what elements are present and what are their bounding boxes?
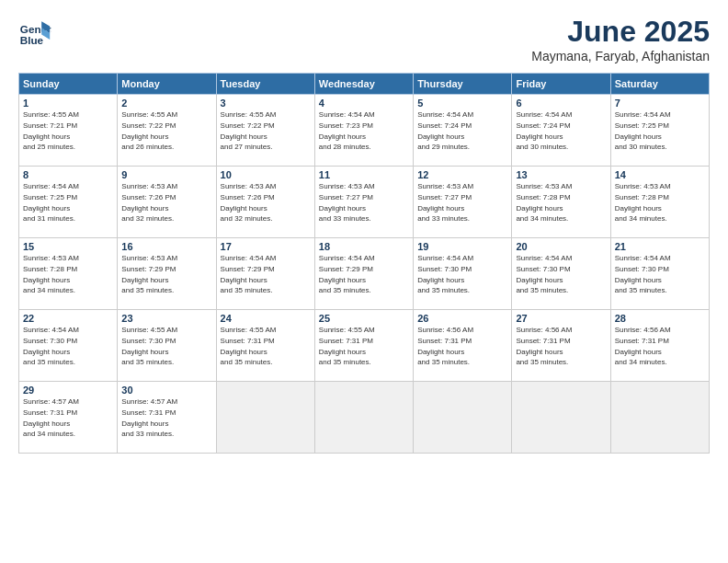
cell-details: Sunrise: 4:54 AMSunset: 7:24 PMDaylight …	[417, 110, 473, 151]
calendar-cell: 9 Sunrise: 4:53 AMSunset: 7:26 PMDayligh…	[118, 167, 216, 238]
calendar-week-row: 8 Sunrise: 4:54 AMSunset: 7:25 PMDayligh…	[19, 167, 710, 238]
calendar-cell: 22 Sunrise: 4:54 AMSunset: 7:30 PMDaylig…	[19, 310, 118, 382]
day-number: 22	[23, 313, 113, 324]
title-block: June 2025 Maymana, Faryab, Afghanistan	[531, 15, 710, 63]
calendar-cell	[216, 382, 314, 454]
calendar-cell: 11 Sunrise: 4:53 AMSunset: 7:27 PMDaylig…	[314, 167, 413, 238]
calendar-cell: 20 Sunrise: 4:54 AMSunset: 7:30 PMDaylig…	[512, 238, 610, 310]
cell-details: Sunrise: 4:56 AMSunset: 7:31 PMDaylight …	[417, 326, 473, 366]
cell-details: Sunrise: 4:53 AMSunset: 7:28 PMDaylight …	[516, 182, 572, 223]
calendar-cell: 27 Sunrise: 4:56 AMSunset: 7:31 PMDaylig…	[512, 310, 610, 382]
cell-details: Sunrise: 4:56 AMSunset: 7:31 PMDaylight …	[615, 326, 671, 366]
calendar-week-row: 22 Sunrise: 4:54 AMSunset: 7:30 PMDaylig…	[19, 310, 710, 382]
svg-text:Blue: Blue	[20, 34, 44, 46]
day-number: 24	[221, 313, 311, 324]
day-number: 6	[516, 98, 606, 109]
cell-details: Sunrise: 4:55 AMSunset: 7:31 PMDaylight …	[319, 326, 375, 366]
cell-details: Sunrise: 4:54 AMSunset: 7:25 PMDaylight …	[23, 182, 79, 223]
day-number: 15	[23, 241, 113, 252]
day-number: 10	[221, 169, 311, 180]
calendar-cell: 25 Sunrise: 4:55 AMSunset: 7:31 PMDaylig…	[314, 310, 413, 382]
calendar-cell	[314, 382, 413, 454]
calendar-cell: 28 Sunrise: 4:56 AMSunset: 7:31 PMDaylig…	[610, 310, 709, 382]
cell-details: Sunrise: 4:54 AMSunset: 7:25 PMDaylight …	[615, 110, 671, 151]
day-number: 27	[516, 313, 606, 324]
logo: General Blue	[18, 15, 55, 48]
day-number: 3	[221, 98, 311, 109]
calendar-cell: 13 Sunrise: 4:53 AMSunset: 7:28 PMDaylig…	[512, 167, 610, 238]
calendar-week-row: 1 Sunrise: 4:55 AMSunset: 7:21 PMDayligh…	[19, 95, 710, 167]
calendar-cell: 8 Sunrise: 4:54 AMSunset: 7:25 PMDayligh…	[19, 167, 118, 238]
cell-details: Sunrise: 4:55 AMSunset: 7:30 PMDaylight …	[121, 326, 177, 366]
calendar-cell	[610, 382, 709, 454]
calendar-cell: 17 Sunrise: 4:54 AMSunset: 7:29 PMDaylig…	[216, 238, 314, 310]
day-number: 19	[417, 241, 507, 252]
cell-details: Sunrise: 4:53 AMSunset: 7:27 PMDaylight …	[417, 182, 473, 223]
calendar-cell: 23 Sunrise: 4:55 AMSunset: 7:30 PMDaylig…	[118, 310, 216, 382]
calendar-cell: 24 Sunrise: 4:55 AMSunset: 7:31 PMDaylig…	[216, 310, 314, 382]
col-wednesday: Wednesday	[314, 74, 413, 95]
day-number: 5	[417, 98, 507, 109]
col-saturday: Saturday	[610, 74, 709, 95]
day-number: 21	[615, 241, 705, 252]
calendar-cell: 6 Sunrise: 4:54 AMSunset: 7:24 PMDayligh…	[512, 95, 610, 167]
day-number: 16	[121, 241, 211, 252]
calendar-table: Sunday Monday Tuesday Wednesday Thursday…	[18, 73, 710, 454]
calendar-cell: 29 Sunrise: 4:57 AMSunset: 7:31 PMDaylig…	[19, 382, 118, 454]
day-number: 26	[417, 313, 507, 324]
cell-details: Sunrise: 4:54 AMSunset: 7:30 PMDaylight …	[417, 254, 473, 294]
calendar-cell: 5 Sunrise: 4:54 AMSunset: 7:24 PMDayligh…	[414, 95, 512, 167]
location: Maymana, Faryab, Afghanistan	[531, 49, 710, 63]
calendar-cell: 7 Sunrise: 4:54 AMSunset: 7:25 PMDayligh…	[610, 95, 709, 167]
calendar-cell	[512, 382, 610, 454]
calendar-cell: 30 Sunrise: 4:57 AMSunset: 7:31 PMDaylig…	[118, 382, 216, 454]
cell-details: Sunrise: 4:53 AMSunset: 7:29 PMDaylight …	[121, 254, 177, 294]
calendar-cell: 4 Sunrise: 4:54 AMSunset: 7:23 PMDayligh…	[314, 95, 413, 167]
cell-details: Sunrise: 4:57 AMSunset: 7:31 PMDaylight …	[121, 397, 177, 438]
day-number: 9	[121, 169, 211, 180]
day-number: 20	[516, 241, 606, 252]
day-number: 2	[121, 98, 211, 109]
page: General Blue June 2025 Maymana, Faryab, …	[0, 0, 728, 563]
day-number: 18	[319, 241, 409, 252]
header: General Blue June 2025 Maymana, Faryab, …	[18, 15, 710, 63]
col-tuesday: Tuesday	[216, 74, 314, 95]
cell-details: Sunrise: 4:53 AMSunset: 7:26 PMDaylight …	[221, 182, 277, 223]
col-monday: Monday	[118, 74, 216, 95]
cell-details: Sunrise: 4:53 AMSunset: 7:28 PMDaylight …	[615, 182, 671, 223]
cell-details: Sunrise: 4:57 AMSunset: 7:31 PMDaylight …	[23, 397, 79, 438]
calendar-cell	[414, 382, 512, 454]
col-friday: Friday	[512, 74, 610, 95]
cell-details: Sunrise: 4:53 AMSunset: 7:27 PMDaylight …	[319, 182, 375, 223]
calendar-cell: 15 Sunrise: 4:53 AMSunset: 7:28 PMDaylig…	[19, 238, 118, 310]
calendar-cell: 1 Sunrise: 4:55 AMSunset: 7:21 PMDayligh…	[19, 95, 118, 167]
cell-details: Sunrise: 4:56 AMSunset: 7:31 PMDaylight …	[516, 326, 572, 366]
cell-details: Sunrise: 4:54 AMSunset: 7:24 PMDaylight …	[516, 110, 572, 151]
cell-details: Sunrise: 4:54 AMSunset: 7:23 PMDaylight …	[319, 110, 375, 151]
cell-details: Sunrise: 4:54 AMSunset: 7:30 PMDaylight …	[615, 254, 671, 294]
calendar-header-row: Sunday Monday Tuesday Wednesday Thursday…	[19, 74, 710, 95]
day-number: 17	[221, 241, 311, 252]
day-number: 13	[516, 169, 606, 180]
cell-details: Sunrise: 4:53 AMSunset: 7:26 PMDaylight …	[121, 182, 177, 223]
cell-details: Sunrise: 4:54 AMSunset: 7:29 PMDaylight …	[221, 254, 277, 294]
month-title: June 2025	[531, 15, 710, 49]
day-number: 12	[417, 169, 507, 180]
calendar-week-row: 15 Sunrise: 4:53 AMSunset: 7:28 PMDaylig…	[19, 238, 710, 310]
cell-details: Sunrise: 4:55 AMSunset: 7:22 PMDaylight …	[121, 110, 177, 151]
day-number: 7	[615, 98, 705, 109]
cell-details: Sunrise: 4:54 AMSunset: 7:30 PMDaylight …	[516, 254, 572, 294]
calendar-cell: 16 Sunrise: 4:53 AMSunset: 7:29 PMDaylig…	[118, 238, 216, 310]
day-number: 23	[121, 313, 211, 324]
calendar-cell: 18 Sunrise: 4:54 AMSunset: 7:29 PMDaylig…	[314, 238, 413, 310]
cell-details: Sunrise: 4:55 AMSunset: 7:21 PMDaylight …	[23, 110, 79, 151]
cell-details: Sunrise: 4:55 AMSunset: 7:31 PMDaylight …	[221, 326, 277, 366]
cell-details: Sunrise: 4:54 AMSunset: 7:29 PMDaylight …	[319, 254, 375, 294]
day-number: 11	[319, 169, 409, 180]
calendar-week-row: 29 Sunrise: 4:57 AMSunset: 7:31 PMDaylig…	[19, 382, 710, 454]
day-number: 4	[319, 98, 409, 109]
day-number: 1	[23, 98, 113, 109]
day-number: 30	[121, 385, 211, 396]
calendar-cell: 26 Sunrise: 4:56 AMSunset: 7:31 PMDaylig…	[414, 310, 512, 382]
day-number: 8	[23, 169, 113, 180]
